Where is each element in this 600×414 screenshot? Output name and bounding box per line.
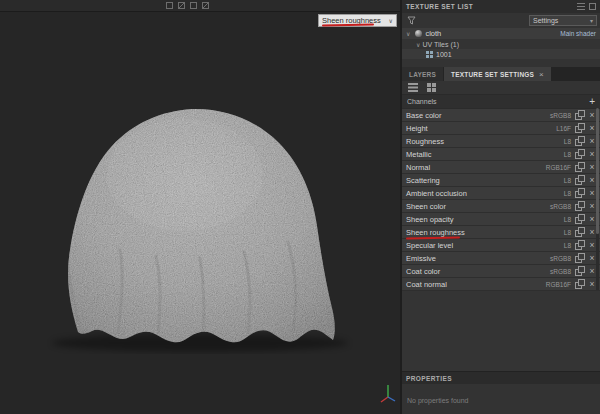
properties-title: PROPERTIES bbox=[406, 375, 452, 382]
tab-texture-set-settings[interactable]: TEXTURE SET SETTINGS × bbox=[444, 67, 551, 81]
channel-format: L16F bbox=[556, 125, 571, 132]
channel-copy-icon[interactable] bbox=[575, 266, 585, 276]
channel-row[interactable]: Sheen color sRGB8 × bbox=[402, 200, 600, 213]
properties-empty-message: No properties found bbox=[407, 397, 468, 404]
panel-spacer bbox=[402, 59, 600, 67]
main-shader-link[interactable]: Main shader bbox=[560, 30, 596, 37]
uv-tiles-label: UV Tiles (1) bbox=[422, 41, 459, 48]
uv-tile-1001[interactable]: 1001 bbox=[402, 49, 600, 59]
channel-scrollbar[interactable] bbox=[596, 108, 599, 290]
delete-channel-icon[interactable]: × bbox=[588, 123, 596, 133]
app-window: Sheen roughness ∨ TEXTURE SET LIST Setti… bbox=[0, 0, 600, 414]
delete-channel-icon[interactable]: × bbox=[588, 162, 596, 172]
channel-name: Specular level bbox=[406, 241, 564, 250]
channel-row[interactable]: Roughness L8 × bbox=[402, 135, 600, 148]
channel-row[interactable]: Coat color sRGB8 × bbox=[402, 265, 600, 278]
tab-layers[interactable]: LAYERS bbox=[402, 67, 443, 81]
settings-dropdown[interactable]: Settings ▾ bbox=[529, 15, 597, 26]
delete-channel-icon[interactable]: × bbox=[588, 110, 596, 120]
channel-format: sRGB8 bbox=[550, 112, 571, 119]
delete-channel-icon[interactable]: × bbox=[588, 201, 596, 211]
channel-copy-icon[interactable] bbox=[575, 279, 585, 289]
viewport-3d[interactable]: Sheen roughness ∨ bbox=[0, 0, 400, 414]
channel-name: Roughness bbox=[406, 137, 564, 146]
channel-row[interactable]: Scattering L8 × bbox=[402, 174, 600, 187]
channel-copy-icon[interactable] bbox=[575, 175, 585, 185]
channel-row[interactable]: Metallic L8 × bbox=[402, 148, 600, 161]
viewport-toolbar bbox=[0, 0, 400, 12]
channel-name: Coat normal bbox=[406, 280, 546, 289]
channel-copy-icon[interactable] bbox=[575, 214, 585, 224]
cloth-mesh[interactable] bbox=[0, 0, 400, 414]
channel-row[interactable]: Normal RGB16F × bbox=[402, 161, 600, 174]
channel-copy-icon[interactable] bbox=[575, 162, 585, 172]
uv-tiles-group[interactable]: ∨ UV Tiles (1) bbox=[402, 39, 600, 49]
channel-copy-icon[interactable] bbox=[575, 201, 585, 211]
channel-row[interactable]: Ambient occlusion L8 × bbox=[402, 187, 600, 200]
channel-row[interactable]: Emissive sRGB8 × bbox=[402, 252, 600, 265]
delete-channel-icon[interactable]: × bbox=[588, 136, 596, 146]
axis-gizmo[interactable] bbox=[377, 382, 399, 404]
panel-menu-icon[interactable] bbox=[577, 3, 585, 10]
channel-name: Coat color bbox=[406, 267, 550, 276]
toolbar-icon-1[interactable] bbox=[166, 2, 173, 9]
delete-channel-icon[interactable]: × bbox=[588, 188, 596, 198]
texture-set-list-title: TEXTURE SET LIST bbox=[406, 3, 473, 10]
channel-row[interactable]: Base color sRGB8 × bbox=[402, 109, 600, 122]
channel-name: Sheen color bbox=[406, 202, 550, 211]
channel-row[interactable]: Specular level L8 × bbox=[402, 239, 600, 252]
channel-name: Normal bbox=[406, 163, 546, 172]
uv-tile-id: 1001 bbox=[436, 51, 452, 58]
close-tab-icon[interactable]: × bbox=[539, 70, 544, 79]
toolbar-icon-3[interactable] bbox=[190, 2, 197, 9]
channel-copy-icon[interactable] bbox=[575, 253, 585, 263]
channel-copy-icon[interactable] bbox=[575, 227, 585, 237]
panel-float-icon[interactable] bbox=[589, 3, 596, 10]
channel-name: Scattering bbox=[406, 176, 564, 185]
properties-header: PROPERTIES bbox=[402, 371, 600, 384]
channel-format: L8 bbox=[564, 151, 571, 158]
filter-icon[interactable] bbox=[407, 16, 416, 25]
channel-name: Emissive bbox=[406, 254, 550, 263]
channel-copy-icon[interactable] bbox=[575, 123, 585, 133]
channel-format: L8 bbox=[564, 229, 571, 236]
channel-format: sRGB8 bbox=[550, 203, 571, 210]
channel-format: RGB16F bbox=[546, 281, 571, 288]
channel-row[interactable]: Sheen roughness L8 × bbox=[402, 226, 600, 239]
properties-body: No properties found bbox=[402, 384, 600, 414]
grid-view-icon[interactable] bbox=[426, 82, 437, 93]
channel-row[interactable]: Height L16F × bbox=[402, 122, 600, 135]
channel-copy-icon[interactable] bbox=[575, 110, 585, 120]
scrollbar-thumb[interactable] bbox=[596, 108, 599, 234]
settings-empty-area bbox=[402, 291, 600, 371]
channel-name: Metallic bbox=[406, 150, 564, 159]
settings-dropdown-value: Settings bbox=[533, 17, 558, 24]
delete-channel-icon[interactable]: × bbox=[588, 240, 596, 250]
texture-set-item-cloth[interactable]: ∨ cloth Main shader bbox=[402, 28, 600, 39]
channel-format: L8 bbox=[564, 138, 571, 145]
delete-channel-icon[interactable]: × bbox=[588, 175, 596, 185]
delete-channel-icon[interactable]: × bbox=[588, 214, 596, 224]
layers-stack-icon[interactable] bbox=[407, 82, 419, 93]
channel-copy-icon[interactable] bbox=[575, 240, 585, 250]
chevron-down-icon: ∨ bbox=[389, 17, 393, 24]
toolbar-icon-4[interactable] bbox=[202, 2, 209, 9]
delete-channel-icon[interactable]: × bbox=[588, 279, 596, 289]
delete-channel-icon[interactable]: × bbox=[588, 253, 596, 263]
channel-copy-icon[interactable] bbox=[575, 136, 585, 146]
material-sphere-icon bbox=[415, 30, 422, 37]
texture-set-name: cloth bbox=[425, 29, 441, 38]
add-channel-button[interactable]: + bbox=[589, 97, 595, 107]
channel-copy-icon[interactable] bbox=[575, 188, 585, 198]
channel-format: sRGB8 bbox=[550, 268, 571, 275]
channel-list: Base color sRGB8 × Height L16F × Roughne… bbox=[402, 108, 600, 291]
delete-channel-icon[interactable]: × bbox=[588, 227, 596, 237]
delete-channel-icon[interactable]: × bbox=[588, 149, 596, 159]
channel-format: sRGB8 bbox=[550, 255, 571, 262]
toolbar-icon-2[interactable] bbox=[178, 2, 185, 9]
channel-copy-icon[interactable] bbox=[575, 149, 585, 159]
channel-row[interactable]: Coat normal RGB16F × bbox=[402, 278, 600, 291]
channel-row[interactable]: Sheen opacity L8 × bbox=[402, 213, 600, 226]
channel-format: L8 bbox=[564, 216, 571, 223]
delete-channel-icon[interactable]: × bbox=[588, 266, 596, 276]
